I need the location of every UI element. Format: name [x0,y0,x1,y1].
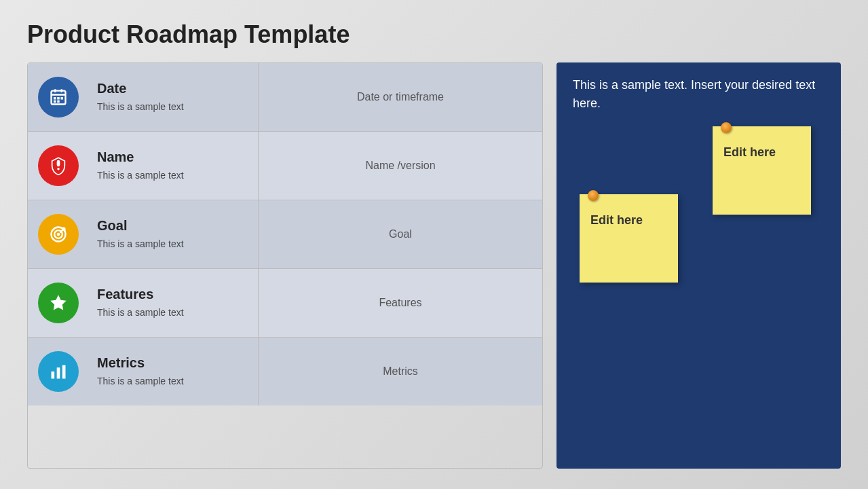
target-icon [38,214,79,255]
svg-point-13 [57,233,60,236]
icon-cell-metrics [28,338,89,405]
row-label-features: Features [97,287,250,302]
table-row-goal: Goal This is a sample text Goal [28,200,542,269]
svg-rect-9 [57,160,60,166]
table-row-date: Date This is a sample text Date or timef… [28,63,542,132]
right-panel-text: This is a sample text. Insert your desir… [573,76,825,113]
row-label-name: Name [97,149,250,165]
table-row-features: Features This is a sample text Features [28,269,542,338]
svg-rect-5 [57,97,60,100]
star-icon [38,283,79,323]
svg-rect-20 [62,365,66,379]
icon-cell-name [28,132,89,200]
row-desc-metrics: This is a sample text [97,375,250,388]
sticky-notes-area: Edit here Edit here [573,126,825,455]
svg-rect-4 [54,97,56,100]
sticky-note-2[interactable]: Edit here [580,194,678,283]
row-label-metrics: Metrics [97,355,250,371]
row-label-date: Date [97,81,250,96]
calendar-icon [38,77,79,117]
svg-rect-7 [54,101,56,103]
label-cell-name: Name This is a sample text [89,132,259,200]
pin-icon-1 [721,122,732,133]
page-title: Product Roadmap Template [27,20,841,49]
row-desc-features: This is a sample text [97,306,250,320]
chart-icon [38,351,79,392]
value-cell-goal: Goal [259,200,542,268]
svg-marker-17 [50,295,66,310]
sticky-note-1-label: Edit here [723,145,800,160]
pin-icon-2 [588,190,599,201]
table-row-name: Name This is a sample text Name /version [28,132,542,200]
svg-rect-19 [57,367,60,378]
tag-icon [38,145,79,186]
svg-rect-18 [52,372,55,379]
row-desc-name: This is a sample text [97,169,250,183]
sticky-note-1[interactable]: Edit here [713,126,811,215]
row-desc-date: This is a sample text [97,101,250,114]
label-cell-metrics: Metrics This is a sample text [89,338,259,405]
value-cell-date: Date or timeframe [259,63,542,131]
value-cell-features: Features [259,269,542,337]
right-panel: This is a sample text. Insert your desir… [556,62,841,469]
label-cell-features: Features This is a sample text [89,269,259,337]
svg-rect-6 [61,97,64,100]
table-row-metrics: Metrics This is a sample text Metrics [28,338,542,405]
icon-cell-date [28,63,89,131]
label-cell-goal: Goal This is a sample text [89,200,259,268]
value-cell-name: Name /version [259,132,542,200]
roadmap-table: Date This is a sample text Date or timef… [27,62,543,469]
icon-cell-goal [28,200,89,268]
svg-point-10 [57,168,60,170]
sticky-note-2-label: Edit here [590,213,667,228]
icon-cell-features [28,269,89,337]
main-content: Date This is a sample text Date or timef… [27,62,841,469]
row-desc-goal: This is a sample text [97,238,250,251]
label-cell-date: Date This is a sample text [89,63,259,131]
row-label-goal: Goal [97,218,250,234]
svg-rect-8 [57,101,60,103]
value-cell-metrics: Metrics [259,338,542,405]
